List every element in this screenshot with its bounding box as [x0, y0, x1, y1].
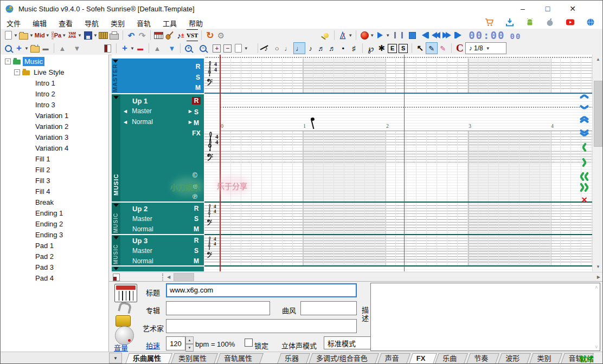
eighth-note-icon[interactable]: ♪	[305, 43, 316, 54]
delete-note-icon[interactable]: ×	[581, 196, 587, 204]
tree-item[interactable]: − Variation 4	[1, 142, 108, 153]
menu-item[interactable]: 导航	[79, 18, 105, 28]
desc-scroll-up-icon[interactable]: ∧	[594, 284, 598, 290]
instrument-icon[interactable]	[114, 284, 137, 302]
new-file-dropdown[interactable]: ▼	[14, 33, 18, 38]
tree-item[interactable]: − Break	[1, 197, 108, 207]
send-to-keyboard-icon[interactable]	[99, 30, 108, 41]
hscroll-thumb[interactable]	[174, 273, 194, 282]
octave-down-icon2[interactable]	[580, 132, 589, 137]
menu-item[interactable]: 编辑	[27, 18, 53, 28]
tree-item[interactable]: − Intro 1	[1, 77, 108, 88]
tempo-up-icon[interactable]: ▲	[185, 336, 194, 344]
bottom-tab[interactable]: 波形	[498, 353, 527, 364]
stop-icon[interactable]	[407, 30, 417, 41]
microphone-icon[interactable]	[321, 30, 331, 41]
zoom-in-icon[interactable]: +	[184, 43, 194, 54]
move-note-up-icon[interactable]	[580, 94, 589, 99]
master-record-button[interactable]: R	[194, 63, 202, 70]
tree-item[interactable]: − Ending 3	[1, 229, 108, 240]
dot-icon[interactable]: •	[338, 43, 349, 54]
menu-item[interactable]: 工具	[157, 18, 183, 28]
pause-icon[interactable]	[394, 30, 403, 41]
globe-icon[interactable]	[586, 18, 595, 27]
android-icon[interactable]	[525, 18, 534, 27]
scroll-up-icon[interactable]: ▲	[596, 57, 600, 62]
search-icon[interactable]	[3, 43, 13, 54]
track-solo-button[interactable]: S	[192, 215, 201, 223]
move-note-down-icon[interactable]	[580, 105, 589, 110]
track-mute-button[interactable]: M	[192, 257, 201, 265]
add-item-dropdown[interactable]: ▼	[130, 46, 134, 51]
refresh-icon[interactable]: ↻	[205, 30, 215, 41]
bottom-tab[interactable]: 乐曲	[435, 353, 464, 364]
panel-toggle-icon[interactable]	[113, 274, 120, 281]
mid-dropdown[interactable]: ▼	[46, 33, 50, 38]
title-input[interactable]: www.x6g.com	[166, 283, 357, 297]
save-dropdown[interactable]: ▼	[93, 33, 98, 38]
transpose-note-icon[interactable]: ♪±	[176, 30, 185, 41]
track-mute-button[interactable]: M	[192, 225, 201, 233]
track-name[interactable]: Up 2	[132, 205, 147, 213]
jump-right-icon2[interactable]	[584, 183, 589, 192]
track-record-button[interactable]: R	[192, 205, 201, 212]
korg-dropdown[interactable]: ▼	[62, 33, 66, 38]
download-icon[interactable]	[505, 18, 514, 27]
new-file-icon[interactable]	[3, 30, 13, 41]
sixteenth-note-icon[interactable]: ♬	[316, 43, 327, 54]
track-mode[interactable]: Normal	[132, 225, 153, 233]
scroll-down-icon[interactable]: ▼	[596, 264, 600, 269]
description-textarea[interactable]: ∧ ∨	[370, 283, 600, 351]
move-down-icon[interactable]: ▼	[72, 43, 82, 54]
bottom-tab[interactable]: 类别属性	[171, 353, 214, 364]
tab-overflow-button[interactable]: ▼	[109, 353, 122, 363]
tree-item[interactable]: − Pad 3	[1, 262, 108, 272]
up2-track-header[interactable]: MUSIC Up 2 Master Normal R S M	[112, 203, 204, 234]
record-dropdown[interactable]: ▼	[370, 33, 374, 38]
edit-mode-icon[interactable]: E	[388, 43, 397, 54]
grace-note-icon[interactable]: ♪	[261, 43, 272, 54]
half-note-icon[interactable]: ♩	[283, 43, 293, 54]
tree-expander[interactable]: −	[5, 58, 11, 64]
track-record-button[interactable]: R	[192, 237, 201, 244]
vst-plugins-button[interactable]: VST	[187, 29, 198, 41]
snap-select[interactable]: ♪ 1/8 ▼	[465, 42, 506, 54]
add-dropdown[interactable]: ▼	[24, 46, 29, 51]
track-route[interactable]: Master	[132, 247, 152, 255]
rewind-icon[interactable]	[431, 30, 441, 41]
tree-item[interactable]: − Fill 1	[1, 153, 108, 164]
move-up-icon[interactable]: ▲	[57, 43, 67, 54]
undo-icon[interactable]: ↶	[126, 30, 136, 41]
page-view-icon[interactable]	[234, 43, 243, 54]
track-solo-button[interactable]: S	[192, 108, 201, 116]
octave-up-icon2[interactable]	[580, 118, 589, 123]
track-record-button[interactable]: R	[192, 97, 201, 105]
bottom-tab[interactable]: 乐器	[277, 353, 306, 364]
collapse-grid-icon[interactable]: −	[223, 43, 233, 54]
tuplet-icon[interactable]: ✱	[376, 43, 387, 54]
horizontal-scrollbar[interactable]: ◀ ▶	[112, 272, 602, 282]
tree-item[interactable]: − Ending 1	[1, 207, 108, 218]
bottom-tab[interactable]: 类别	[529, 353, 559, 364]
bottom-tab[interactable]: 节奏	[466, 353, 496, 364]
record-icon[interactable]	[360, 30, 369, 41]
notation-area[interactable]: 01234 44 44	[204, 55, 593, 271]
open-file-dropdown[interactable]: ▼	[29, 33, 34, 38]
tree-item[interactable]: − Intro 3	[1, 99, 108, 110]
minimize-button[interactable]: –	[514, 2, 532, 16]
master-solo-button[interactable]: S	[194, 74, 202, 81]
tree-item[interactable]: − Variation 2	[1, 121, 108, 132]
yamaha-dropdown[interactable]: ▼	[78, 33, 82, 38]
youtube-icon[interactable]	[566, 18, 575, 27]
thirtysecond-note-icon[interactable]: ♬	[327, 43, 338, 54]
bottom-tab[interactable]: 多调式/组合音色	[309, 353, 375, 364]
mid-format-button[interactable]: Mid	[35, 30, 45, 41]
tree-item[interactable]: − Pad 1	[1, 240, 108, 251]
quarter-note-icon[interactable]: ♩	[293, 42, 305, 54]
magnet-icon[interactable]: C	[454, 43, 465, 54]
open-file-icon[interactable]	[19, 30, 29, 41]
album-input[interactable]	[166, 301, 270, 315]
splitter-handle[interactable]	[162, 274, 163, 281]
lock-checkbox[interactable]	[245, 339, 253, 347]
cursor-icon[interactable]: ↖	[415, 43, 426, 54]
